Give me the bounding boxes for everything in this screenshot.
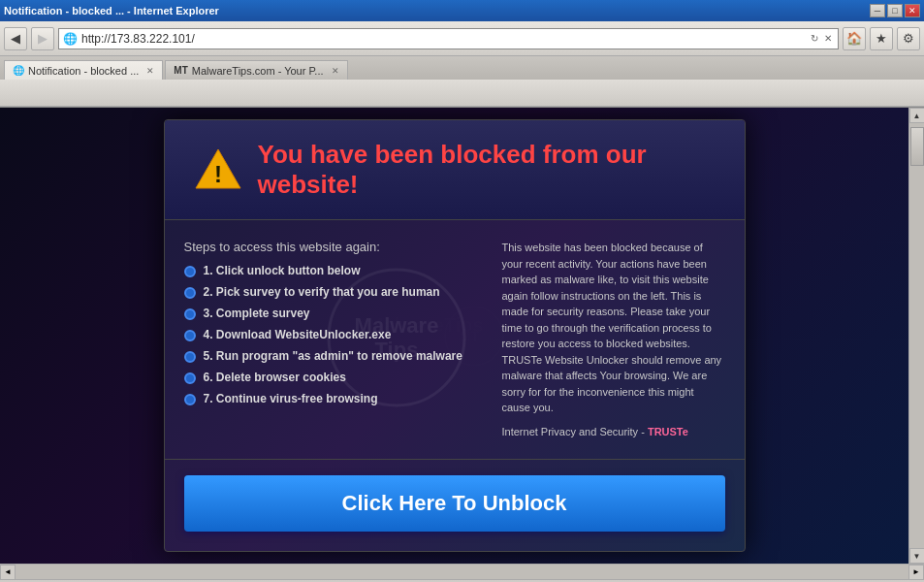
stop-icon[interactable]: ✕	[822, 33, 834, 44]
step-6-bullet	[184, 372, 196, 384]
step-6-text: 6. Delete browser cookies	[204, 371, 346, 384]
scroll-up-arrow[interactable]: ▲	[909, 108, 925, 123]
address-bar[interactable]: 🌐 http://173.83.222.101/ ↻ ✕	[58, 28, 839, 49]
block-title: You have been blocked from our website!	[258, 140, 716, 200]
close-button[interactable]: ✕	[905, 4, 920, 17]
scroll-h-track[interactable]	[16, 565, 908, 579]
tab-bar: 🌐 Notification - blocked ... ✕ MT Malwar…	[0, 56, 924, 80]
address-text: http://173.83.222.101/	[81, 32, 805, 46]
divider	[165, 459, 745, 460]
forward-button[interactable]: ▶	[31, 27, 54, 50]
minimize-button[interactable]: ─	[870, 4, 885, 17]
info-footer-label: Internet Privacy and Security -	[502, 426, 648, 437]
tab-malwaretips-label: MalwareTips.com - Your P...	[192, 65, 324, 77]
step-5-bullet	[184, 351, 196, 363]
tab-malwaretips-close[interactable]: ✕	[332, 66, 339, 76]
scroll-track[interactable]	[909, 123, 924, 548]
steps-title: Steps to access this website again:	[184, 240, 483, 254]
svg-text:!: !	[214, 161, 222, 187]
unblock-button[interactable]: Click Here To Unblock	[184, 475, 725, 532]
favorites-button[interactable]: ★	[870, 27, 893, 50]
scrollbar-bottom: ◄ ►	[0, 564, 924, 579]
step-1-text: 1. Click unlock button below	[204, 264, 361, 277]
step-3-text: 3. Complete survey	[204, 307, 310, 320]
title-bar-buttons: ─ □ ✕	[870, 4, 920, 17]
step-1: 1. Click unlock button below	[184, 264, 483, 277]
step-4-text: 4. Download WebsiteUnlocker.exe	[204, 328, 392, 341]
step-5: 5. Run program "as admin" to remove malw…	[184, 349, 483, 363]
address-actions: ↻ ✕	[809, 33, 834, 44]
step-5-text: 5. Run program "as admin" to remove malw…	[204, 349, 462, 363]
scroll-right-arrow[interactable]: ►	[908, 565, 924, 580]
browser-chrome: Notification - blocked ... - Internet Ex…	[0, 0, 924, 108]
step-2-text: 2. Pick survey to verify that you are hu…	[204, 285, 440, 299]
settings-button[interactable]: ⚙	[897, 27, 920, 50]
page-content: MalwareTips MT ! You have been blocked f…	[0, 108, 908, 564]
step-7: 7. Continue virus-free browsing	[184, 392, 483, 405]
home-button[interactable]: 🏠	[843, 27, 866, 50]
step-1-bullet	[184, 266, 196, 277]
info-footer: Internet Privacy and Security - TRUSTe	[502, 424, 725, 440]
block-header: ! You have been blocked from our website…	[165, 120, 745, 220]
back-button[interactable]: ◀	[4, 27, 27, 50]
block-body: Malware Tips Steps to access this websit…	[165, 220, 745, 459]
scroll-thumb[interactable]	[910, 127, 924, 166]
browser-content-area: MalwareTips MT ! You have been blocked f…	[0, 108, 924, 564]
tab-malwaretips[interactable]: MT MalwareTips.com - Your P... ✕	[165, 60, 347, 80]
step-7-bullet	[184, 394, 196, 405]
step-3-bullet	[184, 308, 196, 320]
nav-bar: ◀ ▶ 🌐 http://173.83.222.101/ ↻ ✕ 🏠 ★ ⚙	[0, 21, 924, 56]
scrollbar-right: ▲ ▼	[908, 108, 924, 564]
warning-icon: !	[194, 146, 242, 194]
step-4: 4. Download WebsiteUnlocker.exe	[184, 328, 483, 341]
tab-notification[interactable]: 🌐 Notification - blocked ... ✕	[4, 60, 163, 80]
title-bar: Notification - blocked ... - Internet Ex…	[0, 0, 924, 21]
refresh-icon[interactable]: ↻	[809, 33, 820, 44]
step-3: 3. Complete survey	[184, 307, 483, 320]
info-section: This website has been blocked because of…	[502, 240, 725, 439]
info-text: This website has been blocked because of…	[502, 240, 725, 416]
steps-section: Steps to access this website again: 1. C…	[184, 240, 483, 439]
tab-malwaretips-icon: MT	[174, 65, 187, 76]
title-bar-text: Notification - blocked ... - Internet Ex…	[4, 5, 219, 16]
step-4-bullet	[184, 330, 196, 341]
tab-notification-icon: 🌐	[13, 65, 24, 76]
step-2: 2. Pick survey to verify that you are hu…	[184, 285, 483, 299]
step-6: 6. Delete browser cookies	[184, 371, 483, 384]
address-icon: 🌐	[63, 32, 78, 46]
step-2-bullet	[184, 287, 196, 299]
block-dialog: ! You have been blocked from our website…	[164, 119, 746, 552]
tab-notification-close[interactable]: ✕	[146, 66, 154, 76]
restore-button[interactable]: □	[887, 4, 903, 17]
toolbar2	[0, 80, 924, 107]
scroll-down-arrow[interactable]: ▼	[909, 548, 925, 564]
tab-notification-label: Notification - blocked ...	[28, 65, 139, 77]
step-7-text: 7. Continue virus-free browsing	[204, 392, 378, 405]
truste-link[interactable]: TRUSTe	[648, 426, 688, 437]
scroll-left-arrow[interactable]: ◄	[0, 565, 16, 580]
